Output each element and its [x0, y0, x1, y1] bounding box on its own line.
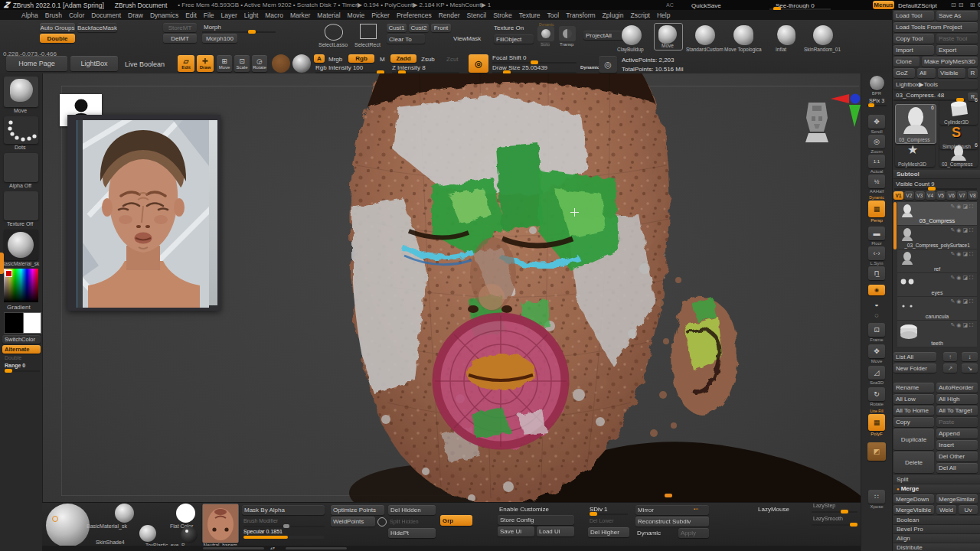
alpha-thumb[interactable] [4, 153, 38, 182]
tool-thumb-polymesh[interactable]: ★ PolyMesh3D [895, 145, 935, 167]
align-section-header[interactable]: Align [893, 534, 980, 543]
zadd-button[interactable]: Zadd [390, 54, 416, 63]
weld-circle-icon[interactable] [377, 517, 387, 527]
menu-transform[interactable]: Transform [566, 11, 595, 19]
color-picker[interactable] [4, 269, 38, 302]
menu-document[interactable]: Document [91, 11, 121, 19]
auto-reorder-button[interactable]: AutoReorder [936, 383, 978, 393]
default-zscript-button[interactable]: DefaultZScript [898, 2, 937, 9]
axis-gizmo[interactable] [830, 93, 862, 129]
bottom-scrollbar-left[interactable] [203, 547, 264, 549]
menu-draw[interactable]: Draw [128, 11, 143, 19]
subtool-scroll-indicator[interactable] [893, 202, 897, 249]
view-mask-button[interactable]: ViewMask [453, 35, 481, 42]
menu-movie[interactable]: Movie [348, 11, 365, 19]
a-button[interactable]: A [314, 54, 325, 63]
zsub-button[interactable]: Zsub [421, 56, 435, 63]
rgb-button[interactable]: Rgb [348, 54, 374, 63]
focal-brush-icon-button[interactable]: ◎ [469, 54, 488, 73]
move-mode-button[interactable]: ⊞Move [217, 55, 232, 72]
bpr-button[interactable]: BPR [864, 76, 889, 96]
clone-button[interactable]: Clone [893, 57, 920, 67]
subtool-row-icons[interactable]: ✎◉◪⛶ [951, 227, 975, 233]
brush-inflat-icon[interactable] [777, 25, 795, 45]
subtool-row-polysurface[interactable]: ✎◉◪⛶ _03_Compress_polySurface1 [897, 226, 977, 249]
del-hidden-button[interactable]: Del Hidden [388, 505, 436, 515]
menu-material[interactable]: Material [317, 11, 340, 19]
apply-button[interactable]: Apply [678, 528, 709, 538]
live-boolean-button[interactable]: Live Boolean [125, 60, 165, 68]
camera-head-widget[interactable] [802, 98, 831, 144]
goz-all-button[interactable]: All [917, 68, 936, 78]
flatcolor-thumb[interactable] [176, 504, 195, 523]
current-color-swatch[interactable] [272, 54, 290, 73]
insert-button[interactable]: Insert [936, 440, 978, 450]
tool-thumb-compress2[interactable]: 03_Compress 6 [939, 145, 978, 167]
subtool-row-ref[interactable]: ✎◉◪⛶ ref [897, 249, 977, 273]
export-button[interactable]: Export [936, 45, 978, 55]
brush-standardcustom-icon[interactable] [695, 25, 715, 45]
stroke-type-thumb[interactable] [4, 116, 38, 144]
copy-tool-button[interactable]: Copy Tool [893, 34, 934, 44]
move-canvas-button[interactable]: ✥Move [864, 344, 889, 364]
morph100-button[interactable]: Morph100 [202, 34, 237, 43]
misc-toggle-2[interactable]: ◌ [864, 311, 889, 320]
bevelpro-section-header[interactable]: Bevel Pro [893, 525, 980, 534]
scale-canvas-button[interactable]: ◿Sca3D [864, 366, 889, 385]
duplicate-button[interactable]: Duplicate [893, 429, 934, 450]
current-material-sphere[interactable] [292, 54, 311, 73]
gyro-toggle[interactable]: ◉ [864, 285, 889, 295]
bottom-strip-arrows[interactable]: ▴▾ [270, 545, 275, 550]
front-button[interactable]: Front [431, 24, 451, 32]
sidebar-divider-handle[interactable] [0, 253, 4, 274]
append-button[interactable]: Append [936, 429, 978, 439]
merge-visible-button[interactable]: MergeVisible [893, 505, 934, 514]
scale-mode-button[interactable]: ⊡Scale [234, 55, 250, 72]
menu-help[interactable]: Help [657, 11, 670, 19]
spix-slider[interactable]: SPix 3 [864, 97, 889, 106]
menu-zplugin[interactable]: Zplugin [603, 11, 624, 19]
tool-thumb-current[interactable]: 03_Compress 6 [895, 104, 936, 144]
window-controls-icons[interactable]: ⊡⊟ ⊞⚙ ± ↗ × [951, 2, 980, 8]
lsym-button[interactable]: ‹·›L.Sym [864, 246, 889, 266]
subtool-row-icons[interactable]: ✎◉◪⛶ [951, 275, 975, 281]
merge-down-button[interactable]: MergeDown [893, 494, 934, 504]
xpose-button[interactable]: ∷Xpose [864, 490, 889, 509]
visible-count-slider[interactable] [894, 188, 977, 190]
scroll-button[interactable]: ✥Scroll [864, 115, 889, 134]
brush-claybuildup-icon[interactable] [622, 25, 642, 45]
alternate-button[interactable]: Alternate [2, 345, 41, 354]
lightbox-button[interactable]: LightBox [70, 56, 118, 71]
menu-dynamics[interactable]: Dynamics [150, 11, 178, 19]
merge-section-header[interactable]: ● Merge [893, 484, 980, 494]
menu-alpha[interactable]: Alpha [21, 11, 38, 19]
toyplastic-thumb[interactable] [181, 527, 198, 543]
range-slider[interactable] [3, 370, 40, 372]
tool-thumb-cylinder[interactable]: Cylinder3D 6 [939, 100, 978, 125]
copy-subtool-button[interactable]: Copy [893, 417, 934, 427]
lightbox-tools-button[interactable]: Lightbox▶Tools [893, 80, 978, 90]
secondary-color-swatch[interactable] [23, 312, 41, 334]
menu-picker[interactable]: Picker [371, 11, 390, 19]
reconstruct-subdiv-button[interactable]: Reconstruct Subdiv [635, 517, 709, 527]
folder-up-icon-button[interactable]: ↗ [943, 364, 957, 373]
load-tool-button[interactable]: Load Tool [893, 11, 934, 21]
menu-edit[interactable]: Edit [185, 11, 197, 19]
second-brush-icon-button[interactable]: ◎ [599, 56, 617, 73]
menu-zscript[interactable]: Zscript [630, 11, 650, 19]
menu-brush[interactable]: Brush [45, 11, 62, 19]
zoom3d-button[interactable]: ◎Zoom [864, 135, 889, 154]
home-page-button[interactable]: Home Page [6, 56, 67, 71]
texture-map-thumb[interactable] [202, 504, 239, 543]
transp-button[interactable] [559, 26, 576, 41]
select-rect-icon[interactable] [360, 24, 377, 39]
tab-v6[interactable]: V6 [946, 191, 956, 200]
store-mt-button[interactable]: StoreMT [163, 23, 197, 32]
lazysmooth-slider[interactable] [812, 524, 858, 526]
import-button[interactable]: Import [893, 45, 934, 55]
project-all-button[interactable]: ProjectAll [583, 31, 626, 40]
menu-stencil[interactable]: Stencil [467, 11, 487, 19]
weld-points-button[interactable]: WeldPoints [331, 517, 375, 527]
misc-toggle-1[interactable]: ◒ [864, 300, 889, 309]
menu-render[interactable]: Render [439, 11, 460, 19]
